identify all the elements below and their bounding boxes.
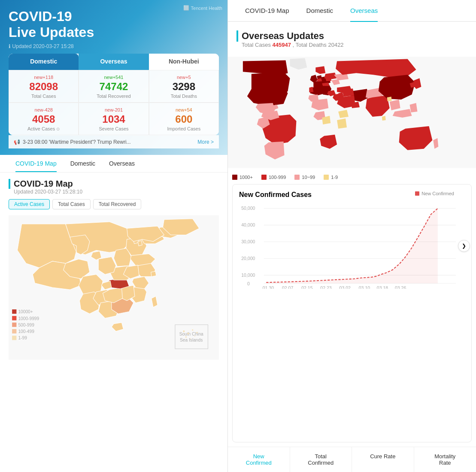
tencent-logo: ⬜ Tencent Health: [183, 5, 222, 11]
hero-banner: ⬜ Tencent Health COVID-19Live Updates ℹ …: [0, 0, 227, 155]
tab-overseas[interactable]: Overseas: [79, 54, 149, 70]
stats-grid: new+118 82098 Total Cases new+541 74742 …: [9, 70, 219, 135]
total-recovered-label: Total Recovered: [82, 94, 145, 99]
left-nav-covid-map[interactable]: COVID-19 Map: [9, 155, 64, 172]
active-cases-value: 4058: [12, 113, 75, 125]
bottom-tab-mortality-rate[interactable]: MortalityRate: [414, 447, 476, 472]
world-map-legend: 1000+ 100-999 10~99 1-9: [228, 172, 476, 184]
chart-legend: New Confirmed: [415, 191, 454, 196]
chart-legend-label: New Confirmed: [421, 191, 454, 196]
hero-subtitle: ℹ Updated 2020-03-27 15:28: [9, 43, 219, 49]
filter-total-recovered[interactable]: Total Recovered: [93, 199, 142, 209]
stats-imported-cases: new+54 600 Imported Cases: [149, 103, 219, 135]
china-map-container: 10000+ 1000-9999 500-999 100-499 1-99 So…: [9, 215, 219, 360]
svg-rect-7: [12, 329, 16, 333]
china-map-svg: 10000+ 1000-9999 500-999 100-499 1-99 So…: [9, 215, 219, 360]
svg-text:South China: South China: [179, 332, 203, 336]
svg-text:10000+: 10000+: [18, 309, 33, 314]
imported-cases-label: Imported Cases: [153, 126, 215, 131]
bottom-tab-total-confirmed[interactable]: TotalConfirmed: [290, 447, 352, 472]
severe-cases-value: 1034: [82, 113, 145, 125]
svg-text:10,000: 10,000: [241, 272, 255, 278]
svg-text:02.23: 02.23: [320, 285, 331, 289]
svg-text:03.26: 03.26: [395, 285, 406, 289]
svg-text:30,000: 30,000: [241, 239, 255, 244]
tab-domestic[interactable]: Domestic: [9, 54, 79, 70]
chart-legend-dot: [415, 191, 419, 196]
svg-point-14: [183, 330, 185, 332]
svg-text:0: 0: [247, 281, 250, 286]
svg-text:100-499: 100-499: [18, 329, 34, 334]
total-deaths-new: new+5: [153, 75, 215, 80]
svg-text:20,000: 20,000: [241, 256, 255, 261]
bottom-tabs: NewConfirmed TotalConfirmed Cure Rate Mo…: [228, 447, 476, 472]
chart-next-button[interactable]: ❯: [458, 240, 470, 252]
total-cases-new: new+118: [12, 75, 75, 80]
svg-rect-3: [12, 316, 16, 320]
stats-card: Domestic Overseas Non-Hubei new+118 8209…: [9, 54, 219, 135]
svg-text:03.18: 03.18: [377, 285, 388, 289]
stats-tabs: Domestic Overseas Non-Hubei: [9, 54, 219, 70]
left-nav-overseas[interactable]: Overseas: [102, 155, 142, 172]
world-map-svg: [228, 57, 476, 168]
svg-text:1-99: 1-99: [18, 336, 27, 340]
news-ticker: 📢 3-23 08:00 'Wartime President'? Trump …: [9, 135, 219, 148]
active-cases-label: Active Cases ⊙: [12, 126, 75, 131]
svg-point-20: [194, 336, 195, 336]
imported-cases-value: 600: [153, 113, 215, 125]
svg-text:50,000: 50,000: [241, 206, 255, 211]
right-nav: COVID-19 Map Domestic Overseas: [228, 0, 476, 22]
imported-cases-new: new+54: [153, 107, 215, 112]
svg-text:02.15: 02.15: [301, 285, 312, 289]
svg-text:40,000: 40,000: [241, 222, 255, 227]
bottom-tab-new-confirmed[interactable]: NewConfirmed: [228, 447, 290, 472]
svg-rect-5: [12, 322, 16, 327]
news-more-button[interactable]: More >: [197, 139, 214, 145]
world-map-container: [228, 57, 476, 168]
chart-svg: 50,000 40,000 30,000 20,000 10,000 0: [239, 203, 465, 289]
left-nav-domestic[interactable]: Domestic: [64, 155, 102, 172]
filter-active-cases[interactable]: Active Cases: [9, 199, 50, 209]
map-title: COVID-19 Map: [9, 179, 219, 189]
total-recovered-value: 74742: [82, 81, 145, 93]
legend-1-9: 1-9: [324, 175, 338, 180]
news-icon: 📢: [14, 139, 20, 145]
svg-point-15: [188, 333, 189, 334]
legend-100-999: 100-999: [261, 175, 286, 180]
overseas-stats: Total Cases 445947 , Total Deaths 20422: [236, 42, 467, 48]
overseas-title: Overseas Updates: [236, 30, 467, 42]
active-cases-new: new-428: [12, 107, 75, 112]
left-panel: ⬜ Tencent Health COVID-19Live Updates ℹ …: [0, 0, 227, 472]
filter-total-cases[interactable]: Total Cases: [52, 199, 91, 209]
right-nav-covid-map[interactable]: COVID-19 Map: [236, 0, 298, 21]
svg-text:03.02: 03.02: [340, 285, 351, 289]
svg-text:500-999: 500-999: [18, 322, 34, 327]
severe-cases-new: new-201: [82, 107, 145, 112]
svg-point-17: [196, 332, 197, 333]
map-filter-tabs: Active Cases Total Cases Total Recovered: [9, 199, 219, 209]
total-recovered-new: new+541: [82, 75, 145, 80]
svg-rect-9: [12, 336, 16, 340]
right-nav-domestic[interactable]: Domestic: [298, 0, 342, 21]
tab-non-hubei[interactable]: Non-Hubei: [149, 54, 219, 70]
overseas-total-cases-value: 445947: [273, 42, 291, 48]
hero-title: COVID-19Live Updates: [9, 9, 219, 40]
chart-container: 50,000 40,000 30,000 20,000 10,000 0: [239, 203, 465, 289]
news-text: 3-23 08:00 'Wartime President'? Trump Re…: [23, 139, 131, 145]
stats-active-cases: new-428 4058 Active Cases ⊙: [9, 103, 79, 135]
svg-point-18: [185, 336, 187, 337]
map-subtitle: Updated 2020-03-27 15:28:10: [9, 189, 219, 195]
map-section: COVID-19 Map Updated 2020-03-27 15:28:10…: [0, 172, 227, 472]
stats-total-cases: new+118 82098 Total Cases: [9, 70, 79, 103]
svg-point-16: [192, 329, 193, 330]
total-cases-value: 82098: [12, 81, 75, 93]
bottom-tab-cure-rate[interactable]: Cure Rate: [352, 447, 414, 472]
right-nav-overseas[interactable]: Overseas: [342, 0, 386, 21]
stats-severe-cases: new-201 1034 Severe Cases: [79, 103, 149, 135]
legend-10-99: 10~99: [294, 175, 315, 180]
stats-total-recovered: new+541 74742 Total Recovered: [79, 70, 149, 103]
stats-total-deaths: new+5 3298 Total Deaths: [149, 70, 219, 103]
left-nav: COVID-19 Map Domestic Overseas: [0, 155, 227, 172]
severe-cases-label: Severe Cases: [82, 126, 145, 131]
total-cases-label: Total Cases: [12, 94, 75, 99]
